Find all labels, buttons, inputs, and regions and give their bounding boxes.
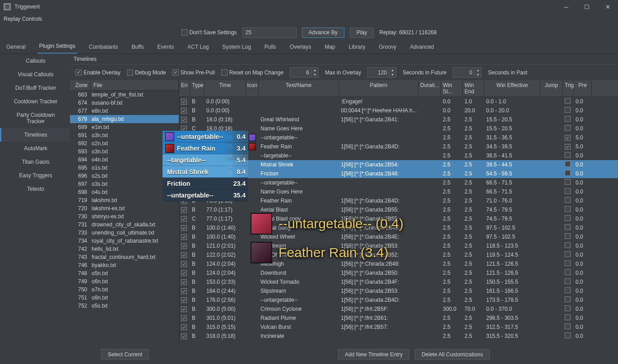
timeline-row[interactable]: B 176.0 (2:56) --untargetable-- 1[56]:[^…: [179, 295, 618, 304]
enable-checkbox[interactable]: [181, 306, 187, 312]
zone-row[interactable]: 730shinryu-ex.txt: [70, 212, 179, 221]
trig-checkbox[interactable]: [565, 287, 571, 293]
sidebar-item-callouts[interactable]: Callouts: [0, 54, 70, 68]
trig-checkbox[interactable]: [565, 179, 571, 185]
zone-row[interactable]: 746byakko.txt: [70, 261, 179, 269]
zone-row[interactable]: 749o6n.txt: [70, 277, 179, 286]
enable-checkbox[interactable]: [181, 207, 187, 213]
zone-row[interactable]: 752o5s.txt: [70, 302, 179, 310]
select-current-button[interactable]: Select Current: [101, 349, 149, 359]
zone-row[interactable]: 689e1in.txt: [70, 123, 179, 131]
tab-system-log[interactable]: System Log: [220, 41, 252, 54]
trig-checkbox[interactable]: [565, 296, 571, 302]
minimize-button[interactable]: ─: [556, 0, 576, 14]
advance-by-button[interactable]: Advance By: [302, 28, 344, 38]
trig-checkbox[interactable]: [565, 251, 571, 257]
enable-checkbox[interactable]: [181, 117, 187, 123]
trig-checkbox[interactable]: [565, 242, 571, 248]
trig-checkbox[interactable]: [565, 224, 571, 230]
zone-row[interactable]: 734royal_city_of_rabanastre.txt: [70, 237, 179, 245]
tab-overlays[interactable]: Overlays: [288, 41, 313, 54]
trig-checkbox[interactable]: [565, 323, 571, 329]
seconds-past-spinner[interactable]: ▲▼: [453, 67, 482, 78]
seconds-future-spinner[interactable]: ▲▼: [367, 67, 396, 78]
timeline-row[interactable]: B 0.0 (0:00) 00:0044:[^:]*:Heehee HAHA h…: [179, 106, 618, 115]
enable-checkbox[interactable]: [181, 288, 187, 294]
debug-mode-checkbox[interactable]: Debug Mode: [127, 69, 166, 76]
dont-save-settings-checkbox[interactable]: Don't Save Settings: [181, 29, 237, 36]
zone-row[interactable]: 663temple_of_the_fist.txt: [70, 91, 179, 99]
zone-row[interactable]: 720lakshmi-ex.txt: [70, 204, 179, 212]
zone-row[interactable]: 679ala_mhigo.txt: [70, 115, 179, 123]
enable-checkbox[interactable]: [181, 234, 187, 240]
enable-checkbox[interactable]: [181, 297, 187, 303]
trig-checkbox[interactable]: [565, 188, 571, 194]
tab-buffs[interactable]: Buffs: [130, 41, 145, 54]
sidebar-item-telesto[interactable]: Telesto: [0, 182, 70, 196]
trig-checkbox[interactable]: [565, 107, 571, 113]
zone-row[interactable]: 751o8n.txt: [70, 294, 179, 302]
tab-library[interactable]: Library: [347, 41, 367, 54]
menu-replay-controls[interactable]: Replay Controls: [4, 16, 42, 22]
max-overlay-spinner[interactable]: ▲▼: [290, 67, 319, 78]
trig-checkbox[interactable]: [565, 125, 571, 131]
trig-checkbox[interactable]: [565, 161, 571, 167]
frame-input[interactable]: [242, 28, 297, 38]
timeline-row[interactable]: B 300.0 (5:00) Crimson Cyclone 1[56]:[^:…: [179, 304, 618, 313]
timeline-row[interactable]: B 0.0 (0:00) :Engage! 0.0 1.0 0.0 - 1.0 …: [179, 97, 618, 106]
zone-row[interactable]: 750o7n.txt: [70, 286, 179, 294]
trig-checkbox[interactable]: [565, 278, 571, 284]
tab-general[interactable]: General: [5, 41, 28, 54]
trig-checkbox[interactable]: [565, 269, 571, 275]
enable-checkbox[interactable]: [181, 243, 187, 249]
close-button[interactable]: ✕: [597, 0, 618, 14]
tab-pulls[interactable]: Pulls: [263, 41, 278, 54]
timeline-row[interactable]: B 301.0 (5:01) Radiant Plume 1[56]:[^:]*…: [179, 313, 618, 323]
zone-row[interactable]: 742hells_lid.txt: [70, 245, 179, 253]
timeline-row[interactable]: B 124.0 (2:04) Downburst 1[56]:[^:]*:Gar…: [179, 268, 618, 277]
trig-checkbox[interactable]: [565, 144, 571, 150]
tab-combatants[interactable]: Combatants: [87, 41, 120, 54]
sidebar-item-cooldown-tracker[interactable]: Cooldown Tracker: [0, 95, 70, 108]
trig-checkbox[interactable]: [565, 170, 571, 176]
trig-checkbox[interactable]: [565, 135, 571, 141]
sidebar-item-titan-gaols[interactable]: Titan Gaols: [0, 155, 70, 169]
enable-checkbox[interactable]: [181, 315, 187, 321]
sidebar-item-timelines[interactable]: Timelines: [0, 128, 70, 142]
trig-checkbox[interactable]: [565, 206, 571, 212]
add-entry-button[interactable]: Add New Timeline Entry: [338, 349, 409, 359]
zone-row[interactable]: 674susano-bf.txt: [70, 99, 179, 107]
timeline-row[interactable]: B 153.0 (2:33) Wicked Tornado 1[56]:[^:]…: [179, 277, 618, 286]
trig-checkbox[interactable]: [565, 152, 571, 158]
trig-checkbox[interactable]: [565, 197, 571, 203]
zone-row[interactable]: 677e8n.txt: [70, 107, 179, 115]
enable-checkbox[interactable]: [181, 270, 187, 276]
trig-checkbox[interactable]: [565, 314, 571, 320]
sidebar-item-automark[interactable]: AutoMark: [0, 142, 70, 155]
sidebar-item-dot-buff-tracker[interactable]: DoT/Buff Tracker: [0, 81, 70, 95]
trig-checkbox[interactable]: [565, 260, 571, 266]
timeline-row[interactable]: B 18.0 (0:18) Great Whirlwind 1[56]:[^:]…: [179, 115, 618, 124]
timeline-row[interactable]: B 318.0 (5:18) Incinerate 2.5 2.5 315.5 …: [179, 332, 618, 341]
zone-row[interactable]: 748o5n.txt: [70, 269, 179, 277]
enable-checkbox[interactable]: [181, 279, 187, 285]
zone-row[interactable]: 743fractal_continuum_hard.txt: [70, 253, 179, 261]
enable-checkbox[interactable]: [181, 225, 187, 231]
reset-on-map-checkbox[interactable]: Reset on Map Change: [221, 69, 283, 76]
zone-row[interactable]: 731drowned_city_of_skalla.txt: [70, 221, 179, 229]
sidebar-item-visual-callouts[interactable]: Visual Callouts: [0, 68, 70, 81]
sidebar-item-easy-triggers[interactable]: Easy Triggers: [0, 169, 70, 182]
maximize-button[interactable]: ☐: [576, 0, 597, 14]
tab-plugin-settings[interactable]: Plugin Settings: [37, 40, 77, 54]
show-prepull-checkbox[interactable]: Show Pre-Pull: [172, 69, 215, 76]
enable-checkbox[interactable]: [181, 324, 187, 330]
enable-checkbox[interactable]: [181, 99, 187, 105]
trig-checkbox[interactable]: [565, 305, 571, 311]
tab-map[interactable]: Map: [323, 41, 337, 54]
tab-act-log[interactable]: ACT Log: [186, 41, 210, 54]
trig-checkbox[interactable]: [565, 98, 571, 104]
trig-checkbox[interactable]: [565, 116, 571, 122]
timeline-row[interactable]: B 315.0 (5:15) Vulcan Burst 1[56]:[^:]*:…: [179, 323, 618, 332]
trig-checkbox[interactable]: [565, 233, 571, 239]
enable-checkbox[interactable]: [181, 108, 187, 114]
